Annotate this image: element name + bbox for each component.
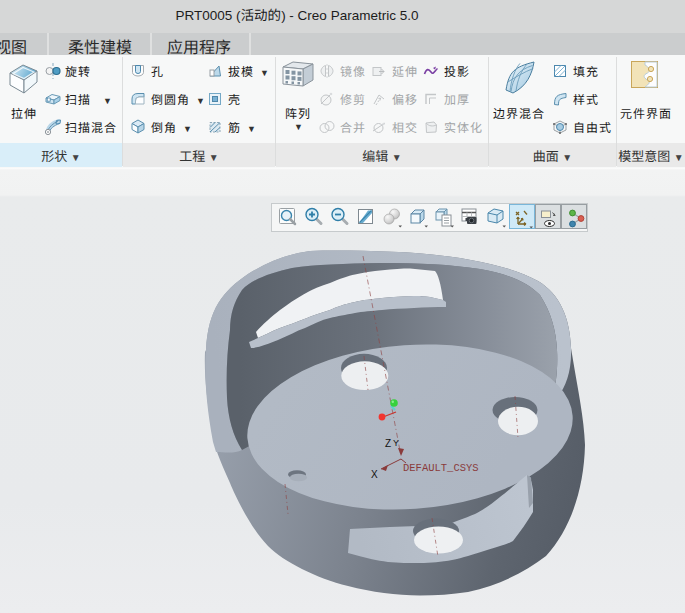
svg-text:X: X xyxy=(371,469,378,480)
svg-text:DEFAULT_CSYS: DEFAULT_CSYS xyxy=(403,462,479,474)
svg-text:Y: Y xyxy=(393,438,399,448)
svg-text:Z: Z xyxy=(385,438,391,449)
